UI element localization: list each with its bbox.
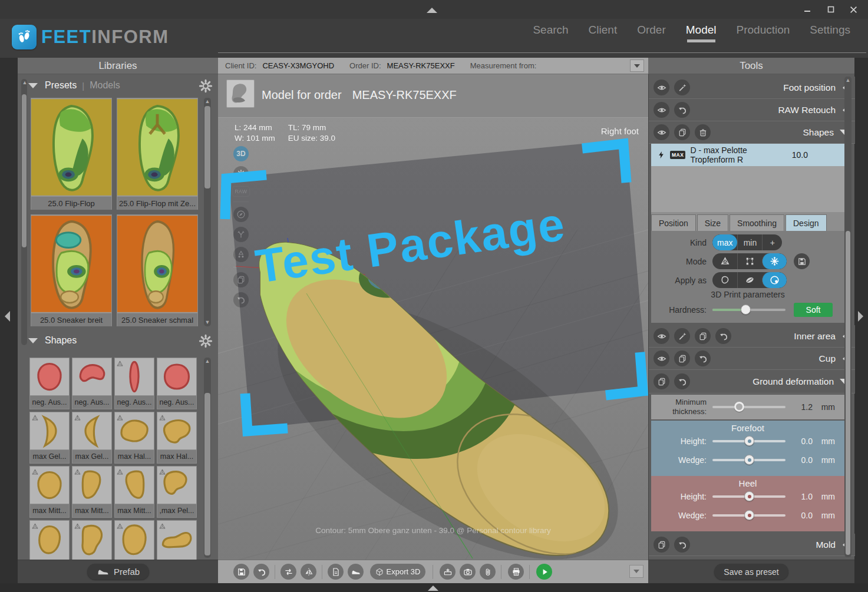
save-as-preset-button[interactable]: Save as preset: [714, 564, 788, 580]
hardness-soft-button[interactable]: Soft: [794, 303, 833, 317]
preset-card[interactable]: 25.0 Sneaker schmal: [117, 214, 198, 326]
nav-item-production[interactable]: Production: [737, 24, 790, 45]
tab-size[interactable]: Size: [697, 214, 728, 231]
tab-design[interactable]: Design: [786, 214, 827, 231]
shape-card[interactable]: neg. Aus...: [72, 358, 112, 409]
magic-wand-icon[interactable]: [674, 80, 690, 95]
scroll-up-icon[interactable]: ▲: [845, 78, 851, 83]
swap-sides-button[interactable]: [280, 564, 296, 580]
scroll-up-icon[interactable]: ▲: [204, 359, 210, 364]
shape-card[interactable]: neg. Aus...: [29, 358, 70, 409]
shape-card[interactable]: max Mitt...: [114, 466, 154, 518]
tab-presets[interactable]: Presets: [45, 80, 77, 91]
print-button[interactable]: [508, 564, 524, 580]
scroll-down-icon[interactable]: ▼: [204, 320, 210, 325]
section-cup[interactable]: Cup: [649, 348, 855, 370]
nav-item-model[interactable]: Model: [686, 24, 717, 45]
scroll-up-icon[interactable]: ▲: [22, 80, 28, 85]
undo-icon[interactable]: [674, 102, 690, 118]
slider-thumb[interactable]: [744, 510, 754, 520]
trash-icon[interactable]: [695, 124, 711, 140]
apply-outline-icon[interactable]: [712, 272, 737, 288]
tools-scrollbar[interactable]: ▲: [844, 77, 852, 557]
forefoot-wedge-slider[interactable]: [712, 455, 786, 465]
minimize-button[interactable]: [801, 4, 814, 15]
hardness-slider[interactable]: [712, 305, 786, 315]
close-button[interactable]: [847, 4, 860, 15]
slider-thumb[interactable]: [744, 491, 754, 501]
shape-card[interactable]: max Mitt...: [29, 466, 70, 518]
shape-card[interactable]: max Mitt...: [72, 466, 112, 518]
visibility-eye-icon[interactable]: [654, 124, 669, 140]
shape-card[interactable]: max Hal...: [114, 412, 154, 464]
mirror-button[interactable]: [301, 564, 316, 580]
slider-thumb[interactable]: [744, 455, 754, 465]
slider-thumb[interactable]: [741, 305, 751, 315]
forefoot-height-slider[interactable]: [712, 436, 786, 447]
scroll-up-icon[interactable]: ▲: [204, 99, 210, 104]
kind-option-add[interactable]: +: [762, 234, 782, 250]
viewport-3d[interactable]: 3D RAW: [218, 118, 648, 560]
attachment-button[interactable]: [480, 564, 496, 580]
tab-models[interactable]: Models: [90, 80, 120, 91]
undo-icon[interactable]: [715, 328, 731, 344]
document-button[interactable]: [328, 564, 344, 580]
visibility-eye-icon[interactable]: [654, 328, 669, 344]
duplicate-icon[interactable]: [674, 350, 690, 366]
presets-settings-gear-icon[interactable]: [198, 78, 213, 94]
section-ground-deformation[interactable]: Ground deformation: [649, 370, 855, 393]
slider-thumb[interactable]: [744, 436, 754, 446]
shapes-collapse-icon[interactable]: [28, 338, 38, 343]
section-mold[interactable]: Mold: [649, 534, 855, 556]
heel-height-slider[interactable]: [712, 491, 786, 502]
screenshot-button[interactable]: [460, 564, 476, 580]
heel-wedge-slider[interactable]: [712, 510, 786, 521]
visibility-eye-icon[interactable]: [654, 350, 669, 366]
duplicate-icon[interactable]: [654, 373, 669, 389]
shape-card[interactable]: [157, 520, 197, 560]
undo-icon[interactable]: [695, 350, 711, 366]
minimum-thickness-slider[interactable]: [712, 402, 786, 412]
undo-icon[interactable]: [674, 373, 690, 389]
shape-card[interactable]: neg. Aus...: [114, 358, 154, 409]
mode-outline-icon[interactable]: [737, 253, 762, 269]
visibility-eye-icon[interactable]: [654, 80, 669, 95]
run-button[interactable]: [536, 564, 552, 580]
apply-pad-icon[interactable]: [737, 272, 762, 288]
nav-item-search[interactable]: Search: [533, 24, 568, 45]
duplicate-icon[interactable]: [695, 328, 711, 344]
shape-card[interactable]: ,max Pel...: [157, 466, 197, 518]
visibility-eye-icon[interactable]: [654, 102, 669, 118]
shape-card[interactable]: neg. Aus...: [157, 358, 197, 409]
section-inner-area[interactable]: Inner area: [649, 325, 855, 348]
export-3d-button[interactable]: Export 3D: [370, 564, 425, 580]
presets-collapse-icon[interactable]: [28, 83, 38, 88]
libraries-scrollbar[interactable]: ▲: [21, 79, 27, 345]
maximize-button[interactable]: [824, 4, 837, 15]
kind-option-max[interactable]: max: [712, 234, 737, 250]
magic-wand-icon[interactable]: [674, 328, 690, 344]
preset-card[interactable]: 25.0 Flip-Flop mit Ze...: [117, 98, 198, 210]
toolbar-dropdown-button[interactable]: [629, 565, 643, 578]
prefab-button[interactable]: Prefab: [87, 564, 149, 580]
apply-sphere-icon[interactable]: [762, 272, 787, 288]
mode-mesh-icon[interactable]: [712, 253, 737, 269]
shape-card[interactable]: max Gel...: [29, 412, 70, 464]
undo-button[interactable]: [253, 564, 269, 580]
shape-card[interactable]: [114, 520, 154, 560]
nav-item-order[interactable]: Order: [637, 24, 666, 45]
undo-icon[interactable]: [674, 537, 690, 553]
tab-smoothing[interactable]: Smoothing: [730, 214, 784, 231]
tab-position[interactable]: Position: [651, 214, 696, 231]
presets-scrollbar[interactable]: ▲ ▼: [204, 98, 211, 326]
kind-option-min[interactable]: min: [737, 234, 762, 250]
preset-card[interactable]: 25.0 Sneaker breit: [31, 214, 112, 326]
shoe-tool-button[interactable]: [348, 564, 364, 580]
duplicate-icon[interactable]: [674, 124, 690, 140]
nav-item-client[interactable]: Client: [589, 24, 618, 45]
save-button[interactable]: [233, 564, 249, 580]
mode-freeze-icon[interactable]: [762, 253, 787, 269]
shape-card[interactable]: [72, 520, 112, 560]
collapse-bottom-handle-icon[interactable]: [428, 586, 438, 591]
measurement-dropdown-button[interactable]: [630, 59, 644, 72]
